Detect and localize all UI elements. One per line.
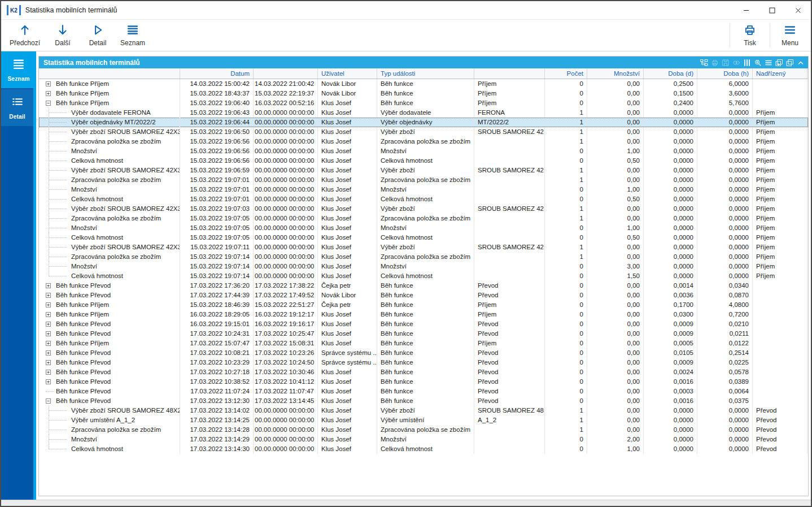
tree-expander[interactable]: + bbox=[46, 322, 51, 327]
zoom-icon[interactable] bbox=[754, 59, 762, 67]
toolbar-button-dalsi[interactable]: Další bbox=[45, 20, 80, 51]
columns-icon[interactable] bbox=[743, 59, 751, 67]
tree-expander[interactable]: + bbox=[46, 379, 51, 384]
tree-expander[interactable]: + bbox=[46, 350, 51, 356]
table-row[interactable]: +Běh funkce Převod17.03.2022 10:23:2917.… bbox=[39, 358, 808, 367]
tree-expander[interactable]: + bbox=[46, 293, 51, 298]
cell-datum: 17.03.2022 13:14:30 bbox=[180, 444, 254, 454]
cell-typ: Běh funkce bbox=[377, 98, 474, 108]
toolbar-button-predchozi[interactable]: Předchozí bbox=[5, 20, 45, 51]
tree-expander[interactable]: + bbox=[46, 81, 51, 86]
cell-doba_d: 0,0300 bbox=[644, 310, 697, 319]
table-row[interactable]: Výběr objednávky MT/2022/215.03.2022 19:… bbox=[39, 118, 808, 127]
table-row[interactable]: Výběr dodavatele FERONA15.03.2022 19:06:… bbox=[39, 108, 808, 118]
lines-icon[interactable] bbox=[765, 59, 772, 67]
table-row[interactable]: Výběr zboží SROUB SAMOREZ 42X3215.03.202… bbox=[39, 242, 808, 252]
table-row[interactable]: Celková hmotnost15.03.2022 19:07:1400.00… bbox=[39, 271, 808, 281]
table-row[interactable]: +Běh funkce Příjem15.03.2022 18:43:3715.… bbox=[39, 89, 808, 98]
table-row[interactable]: Výběr zboží SROUB SAMOREZ 42X3215.03.202… bbox=[39, 204, 808, 214]
table-row[interactable]: Množství15.03.2022 19:07:1400.00.0000 00… bbox=[39, 262, 808, 271]
column-header-pocet[interactable]: Počet bbox=[545, 68, 587, 79]
tree-expander[interactable]: + bbox=[46, 312, 51, 317]
table-row[interactable]: −Běh funkce Převod17.03.2022 13:12:3017.… bbox=[39, 396, 808, 406]
table-row[interactable]: Množství17.03.2022 13:14:2900.00.0000 00… bbox=[39, 435, 808, 444]
cell-hodnota: Příjem bbox=[474, 79, 545, 89]
table-row[interactable]: Běh funkce Převod17.03.2022 11:07:2417.0… bbox=[39, 387, 808, 396]
cell-name: Zpracována položka se zbožím bbox=[39, 137, 180, 146]
tree-expander[interactable]: + bbox=[46, 370, 51, 375]
cell-nadrizeny bbox=[753, 396, 807, 406]
tree-connector bbox=[49, 189, 67, 190]
column-header-uzivatel[interactable]: Uživatel bbox=[318, 68, 377, 79]
table-row[interactable]: +Běh funkce Příjem16.03.2022 18:29:0516.… bbox=[39, 310, 808, 319]
column-header-nadrizeny[interactable]: Nadřízený bbox=[753, 68, 807, 79]
maximize-button[interactable] bbox=[759, 1, 785, 19]
column-header-typ[interactable]: Typ události bbox=[377, 68, 474, 79]
toolbar-button-seznam[interactable]: Seznam bbox=[115, 20, 150, 51]
close-button[interactable] bbox=[785, 1, 811, 19]
tree-expander[interactable]: − bbox=[46, 398, 51, 404]
table-row[interactable]: Množství15.03.2022 19:07:0100.00.0000 00… bbox=[39, 185, 808, 194]
table-row[interactable]: +Běh funkce Převod17.03.2022 17:36:2017.… bbox=[39, 281, 808, 291]
column-header-mnozstvi[interactable]: Množství bbox=[587, 68, 644, 79]
column-header-datum[interactable]: Datum bbox=[180, 68, 254, 79]
table-row[interactable]: Zpracována položka se zbožím17.03.2022 1… bbox=[39, 425, 808, 435]
tree-expander[interactable]: + bbox=[46, 360, 51, 365]
cell-mnozstvi: 0,00 bbox=[587, 329, 644, 339]
table-row[interactable]: Celková hmotnost15.03.2022 19:06:5600.00… bbox=[39, 156, 808, 166]
new-window-icon[interactable] bbox=[775, 59, 783, 67]
tree-expander[interactable]: + bbox=[46, 341, 51, 346]
collapse-icon[interactable] bbox=[797, 59, 805, 67]
table-row[interactable]: +Běh funkce Převod17.03.2022 10:38:5217.… bbox=[39, 377, 808, 387]
table-row[interactable]: Celková hmotnost15.03.2022 19:07:0100.00… bbox=[39, 194, 808, 204]
table-row[interactable]: +Běh funkce Příjem17.03.2022 15:07:4717.… bbox=[39, 339, 808, 348]
table-row[interactable]: Zpracována položka se zbožím15.03.2022 1… bbox=[39, 252, 808, 262]
cascade-icon[interactable] bbox=[786, 59, 794, 67]
cell-nadrizeny: Příjem bbox=[753, 262, 807, 271]
tree-view-icon[interactable] bbox=[700, 59, 708, 67]
table-row[interactable]: Celková hmotnost15.03.2022 19:07:0500.00… bbox=[39, 233, 808, 242]
cell-doba_h: 5,7600 bbox=[697, 98, 753, 108]
table-row[interactable]: +Běh funkce Převod17.03.2022 17:44:3917.… bbox=[39, 291, 808, 300]
sidebar-item-seznam[interactable]: Seznam bbox=[1, 51, 36, 88]
table-row[interactable]: Výběr zboží SROUB SAMOREZ 42X3215.03.202… bbox=[39, 127, 808, 137]
table-row[interactable]: Množství15.03.2022 19:07:0500.00.0000 00… bbox=[39, 223, 808, 233]
table-row[interactable]: Zpracována položka se zbožím15.03.2022 1… bbox=[39, 214, 808, 223]
column-header-doba_d[interactable]: Doba (d) bbox=[644, 68, 697, 79]
tree-expander[interactable]: + bbox=[46, 91, 51, 96]
cell-doba_d: 0,2500 bbox=[644, 79, 697, 89]
table-row[interactable]: +Běh funkce Převod16.03.2022 19:15:0116.… bbox=[39, 319, 808, 329]
toolbar-button-menu[interactable]: Menu bbox=[772, 20, 807, 51]
sidebar-item-detail[interactable]: Detail bbox=[1, 89, 33, 126]
table-row[interactable]: Výběr zboží SROUB SAMOREZ 48X2217.03.202… bbox=[39, 406, 808, 415]
column-header-datum2[interactable] bbox=[254, 68, 318, 79]
tree-expander[interactable]: + bbox=[46, 302, 51, 307]
tree-expander[interactable]: − bbox=[46, 101, 51, 106]
cell-datum: 15.03.2022 19:07:14 bbox=[180, 262, 254, 271]
column-header-name[interactable] bbox=[39, 68, 180, 79]
cell-uzivatel: Klus Josef bbox=[318, 156, 377, 166]
minimize-button[interactable] bbox=[733, 1, 759, 19]
table-row[interactable]: Výběr zboží SROUB SAMOREZ 42X3215.03.202… bbox=[39, 166, 808, 175]
table-row[interactable]: Zpracována položka se zbožím15.03.2022 1… bbox=[39, 137, 808, 146]
toolbar-button-detail[interactable]: Detail bbox=[80, 20, 115, 51]
tree-expander[interactable]: + bbox=[46, 283, 51, 288]
table-row[interactable]: +Běh funkce Převod17.03.2022 10:27:1817.… bbox=[39, 367, 808, 377]
table-row[interactable]: Množství15.03.2022 19:06:5600.00.0000 00… bbox=[39, 146, 808, 156]
table-row[interactable]: +Běh funkce Příjem14.03.2022 15:00:4214.… bbox=[39, 79, 808, 89]
table-row[interactable]: −Běh funkce Příjem15.03.2022 19:06:4016.… bbox=[39, 98, 808, 108]
tree-expander[interactable]: + bbox=[46, 331, 51, 336]
column-header-doba_h[interactable]: Doba (h) bbox=[697, 68, 753, 79]
table-row[interactable]: +Běh funkce Převod17.03.2022 10:24:3117.… bbox=[39, 329, 808, 339]
table-row[interactable]: Zpracována položka se zbožím15.03.2022 1… bbox=[39, 175, 808, 185]
toolbar-button-tisk[interactable]: Tisk bbox=[732, 20, 767, 51]
toolbar-button-label: Menu bbox=[782, 39, 798, 47]
tree-connector bbox=[49, 228, 67, 228]
cell-datum: 14.03.2022 15:00:42 bbox=[180, 79, 254, 89]
table-row[interactable]: +Běh funkce Příjem15.03.2022 18:46:3915.… bbox=[39, 300, 808, 310]
table-row[interactable]: Celková hmotnost17.03.2022 13:14:3000.00… bbox=[39, 444, 808, 454]
table-row[interactable]: +Běh funkce Převod17.03.2022 10:08:2117.… bbox=[39, 348, 808, 358]
table-row[interactable]: Výběr umístění A_1_217.03.2022 13:14:250… bbox=[39, 415, 808, 425]
column-header-hodnota[interactable] bbox=[474, 68, 545, 79]
cell-nadrizeny: Příjem bbox=[753, 214, 807, 223]
